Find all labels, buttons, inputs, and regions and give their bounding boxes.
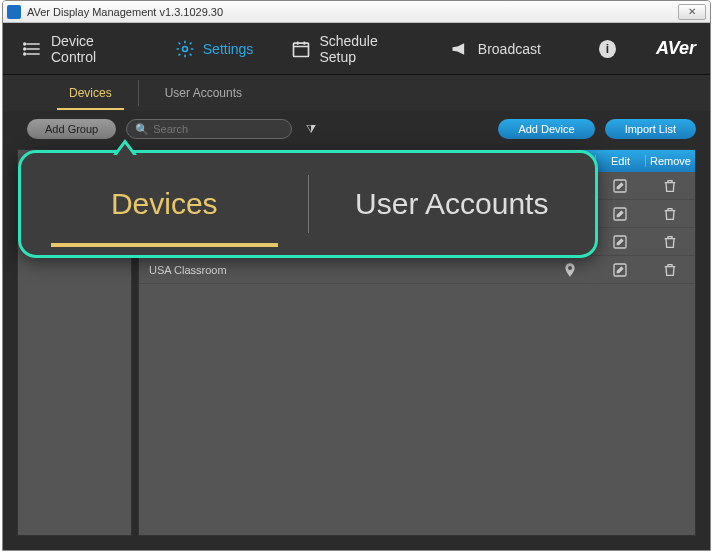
- nav-broadcast[interactable]: Broadcast: [444, 35, 547, 63]
- calendar-icon: [291, 39, 311, 59]
- svg-point-6: [182, 46, 187, 51]
- edit-icon[interactable]: [595, 234, 645, 250]
- brand-logo: AVer: [656, 38, 696, 59]
- tab-devices[interactable]: Devices: [43, 80, 139, 106]
- search-input[interactable]: [153, 123, 283, 135]
- search-field[interactable]: 🔍: [126, 119, 292, 139]
- nav-device-control[interactable]: Device Control: [17, 29, 143, 69]
- subtabs: Devices User Accounts: [3, 75, 710, 111]
- callout-overlay: Devices User Accounts: [18, 150, 598, 258]
- svg-point-5: [24, 53, 26, 55]
- top-nav: Device Control Settings Schedule Setup B…: [3, 23, 710, 75]
- window-frame: AVer Display Management v1.3.1029.30 ✕ D…: [2, 0, 711, 551]
- nav-label: Broadcast: [478, 41, 541, 57]
- info-button[interactable]: i: [599, 40, 616, 58]
- window-title: AVer Display Management v1.3.1029.30: [27, 6, 678, 18]
- edit-icon[interactable]: [595, 262, 645, 278]
- add-group-button[interactable]: Add Group: [27, 119, 116, 139]
- col-remove: Remove: [645, 155, 695, 167]
- callout-devices: Devices: [21, 153, 308, 255]
- ip-icon[interactable]: [545, 262, 595, 278]
- trash-icon[interactable]: [645, 206, 695, 222]
- nav-label: Settings: [203, 41, 254, 57]
- svg-point-3: [24, 43, 26, 45]
- list-icon: [23, 39, 43, 59]
- nav-label: Device Control: [51, 33, 137, 65]
- callout-user-accounts: User Accounts: [309, 153, 596, 255]
- add-device-button[interactable]: Add Device: [498, 119, 594, 139]
- trash-icon[interactable]: [645, 178, 695, 194]
- gear-icon: [175, 39, 195, 59]
- edit-icon[interactable]: [595, 206, 645, 222]
- col-edit: Edit: [595, 155, 645, 167]
- nav-schedule[interactable]: Schedule Setup: [285, 29, 417, 69]
- device-name-cell: USA Classroom: [139, 264, 545, 276]
- tab-user-accounts[interactable]: User Accounts: [139, 80, 268, 106]
- titlebar: AVer Display Management v1.3.1029.30 ✕: [3, 1, 710, 23]
- nav-label: Schedule Setup: [319, 33, 411, 65]
- svg-point-4: [24, 48, 26, 50]
- search-icon: 🔍: [135, 123, 149, 136]
- app-icon: [7, 5, 21, 19]
- trash-icon[interactable]: [645, 234, 695, 250]
- megaphone-icon: [450, 39, 470, 59]
- table-row[interactable]: USA Classroom: [139, 256, 695, 284]
- svg-rect-7: [294, 43, 309, 56]
- trash-icon[interactable]: [645, 262, 695, 278]
- import-list-button[interactable]: Import List: [605, 119, 696, 139]
- filter-icon[interactable]: ⧩: [306, 122, 316, 136]
- window-close-button[interactable]: ✕: [678, 4, 706, 20]
- edit-icon[interactable]: [595, 178, 645, 194]
- nav-settings[interactable]: Settings: [169, 35, 260, 63]
